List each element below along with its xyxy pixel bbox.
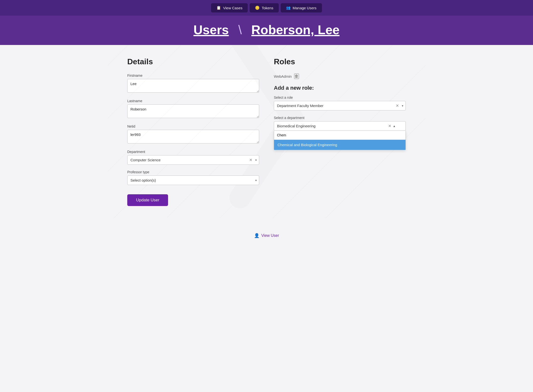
details-panel: Details Firstname Lee Lastname Roberson … [127,57,259,206]
roles-title: Roles [274,57,406,66]
view-cases-button[interactable]: 📋 View Cases [211,3,248,12]
manage-users-button[interactable]: 👥 Manage Users [281,3,322,12]
breadcrumb-separator: \ [235,23,245,37]
users-breadcrumb-link[interactable]: Users [193,23,229,37]
select-role-label: Select a role [274,96,406,99]
lastname-label: Lastname [127,99,259,103]
update-user-button[interactable]: Update User [127,194,168,206]
netid-label: Netid [127,124,259,128]
department-select-wrapper: Computer Science Chemical and Biological… [127,155,259,165]
firstname-input[interactable]: Lee [127,79,259,93]
tokens-button[interactable]: 🪙 Tokens [250,3,279,12]
department-role-dropdown-arrow-button[interactable]: ▲ [393,124,396,128]
user-name-breadcrumb-link[interactable]: Roberson, Lee [251,23,340,37]
role-clear-button[interactable]: ✕ [396,104,399,108]
department-role-select-container: Biomedical Engineering ✕ ▲ Chemical and … [274,121,406,131]
roles-panel: Roles WebAdmin 🗑 Add a new role: Select … [274,57,406,206]
firstname-field-group: Firstname Lee [127,74,259,94]
department-field-group: Department Computer Science Chemical and… [127,150,259,165]
select-department-label: Select a department [274,116,406,120]
manage-users-icon: 👥 [286,6,291,10]
lastname-input[interactable]: Roberson [127,104,259,118]
department-role-selected-value: Biomedical Engineering [277,124,316,128]
view-cases-label: View Cases [223,6,242,10]
breadcrumb-header: Users \ Roberson, Lee [0,16,533,45]
department-role-clear-button[interactable]: ✕ [388,124,391,128]
firstname-label: Firstname [127,74,259,77]
tokens-icon: 🪙 [255,6,260,10]
role-select[interactable]: Department Faculty Member WebAdmin Stude… [274,101,406,110]
department-role-select-actions: ✕ ▲ [388,124,396,128]
view-cases-icon: 📋 [216,6,221,10]
professor-type-field-group: Professor type Select option(s) Assistan… [127,170,259,185]
navbar: 📋 View Cases 🪙 Tokens 👥 Manage Users [0,0,533,16]
lastname-field-group: Lastname Roberson [127,99,259,119]
select-department-field-group: Select a department Biomedical Engineeri… [274,116,406,131]
netid-field-group: Netid ler993 [127,124,259,144]
view-user-link[interactable]: 👤 View User [0,233,533,238]
details-title: Details [127,57,259,66]
department-role-option-cbe[interactable]: Chemical and Biological Engineering [274,140,405,150]
tokens-label: Tokens [262,6,273,10]
view-user-label: View User [261,233,279,238]
professor-type-select-wrapper: Select option(s) Assistant Professor Ass… [127,175,259,185]
main-content: Details Firstname Lee Lastname Roberson … [108,45,425,218]
user-icon: 👤 [254,233,259,238]
existing-role-name: WebAdmin [274,74,292,78]
professor-type-select[interactable]: Select option(s) Assistant Professor Ass… [127,175,259,185]
department-role-search-input[interactable] [274,131,405,140]
role-select-wrapper: Department Faculty Member WebAdmin Stude… [274,101,406,110]
netid-input[interactable]: ler993 [127,130,259,143]
department-role-select-display[interactable]: Biomedical Engineering ✕ ▲ [274,121,406,131]
department-select[interactable]: Computer Science Chemical and Biological… [127,155,259,165]
add-role-section: Add a new role: Select a role Department… [274,85,406,131]
existing-role-item: WebAdmin 🗑 [274,74,406,79]
department-label: Department [127,150,259,154]
professor-type-label: Professor type [127,170,259,174]
delete-role-button[interactable]: 🗑 [294,74,299,79]
manage-users-label: Manage Users [293,6,317,10]
select-role-field-group: Select a role Department Faculty Member … [274,96,406,110]
department-clear-button[interactable]: ✕ [249,158,252,162]
department-role-dropdown: Chemical and Biological Engineering [274,131,406,150]
add-role-title: Add a new role: [274,85,406,91]
